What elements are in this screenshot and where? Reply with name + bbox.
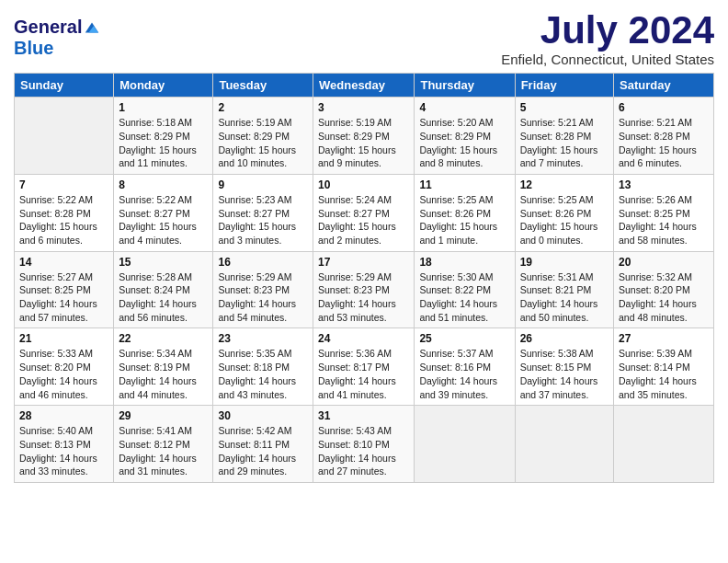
day-info: Sunrise: 5:25 AMSunset: 8:26 PMDaylight:… xyxy=(419,193,509,247)
day-info: Sunrise: 5:40 AMSunset: 8:13 PMDaylight:… xyxy=(19,424,108,478)
calendar-cell: 27Sunrise: 5:39 AMSunset: 8:14 PMDayligh… xyxy=(614,328,714,406)
day-number: 20 xyxy=(619,256,709,269)
calendar-cell: 29Sunrise: 5:41 AMSunset: 8:12 PMDayligh… xyxy=(114,406,213,483)
day-number: 21 xyxy=(19,332,108,345)
calendar-week-row: 14Sunrise: 5:27 AMSunset: 8:25 PMDayligh… xyxy=(15,251,714,328)
day-number: 19 xyxy=(520,256,609,269)
page-header: General Blue July 2024 Enfield, Connecti… xyxy=(14,9,714,67)
day-info: Sunrise: 5:43 AMSunset: 8:10 PMDaylight:… xyxy=(318,424,409,478)
day-number: 6 xyxy=(619,101,709,114)
day-info: Sunrise: 5:24 AMSunset: 8:27 PMDaylight:… xyxy=(318,193,409,247)
day-number: 30 xyxy=(218,409,308,422)
day-info: Sunrise: 5:29 AMSunset: 8:23 PMDaylight:… xyxy=(318,270,409,325)
calendar-week-row: 28Sunrise: 5:40 AMSunset: 8:13 PMDayligh… xyxy=(15,406,714,483)
day-number: 26 xyxy=(520,332,609,345)
day-info: Sunrise: 5:21 AMSunset: 8:28 PMDaylight:… xyxy=(520,116,609,170)
day-number: 2 xyxy=(218,101,308,114)
logo-general-text: General xyxy=(14,17,82,38)
calendar-cell: 10Sunrise: 5:24 AMSunset: 8:27 PMDayligh… xyxy=(313,174,415,251)
calendar-cell: 1Sunrise: 5:18 AMSunset: 8:29 PMDaylight… xyxy=(114,98,213,175)
calendar-cell: 15Sunrise: 5:28 AMSunset: 8:24 PMDayligh… xyxy=(114,251,213,328)
day-info: Sunrise: 5:37 AMSunset: 8:16 PMDaylight:… xyxy=(419,347,509,401)
col-header-monday: Monday xyxy=(114,74,213,98)
calendar-cell: 22Sunrise: 5:34 AMSunset: 8:19 PMDayligh… xyxy=(114,328,213,406)
day-info: Sunrise: 5:26 AMSunset: 8:25 PMDaylight:… xyxy=(619,193,709,247)
day-number: 27 xyxy=(619,332,709,345)
day-info: Sunrise: 5:25 AMSunset: 8:26 PMDaylight:… xyxy=(520,193,609,247)
calendar-cell: 26Sunrise: 5:38 AMSunset: 8:15 PMDayligh… xyxy=(515,328,613,406)
day-info: Sunrise: 5:30 AMSunset: 8:22 PMDaylight:… xyxy=(419,270,509,325)
day-info: Sunrise: 5:31 AMSunset: 8:21 PMDaylight:… xyxy=(520,270,609,325)
calendar-cell: 5Sunrise: 5:21 AMSunset: 8:28 PMDaylight… xyxy=(515,98,613,175)
calendar-cell: 24Sunrise: 5:36 AMSunset: 8:17 PMDayligh… xyxy=(313,328,415,406)
col-header-friday: Friday xyxy=(515,74,613,98)
day-number: 25 xyxy=(419,332,509,345)
logo-icon xyxy=(84,19,100,36)
day-info: Sunrise: 5:22 AMSunset: 8:27 PMDaylight:… xyxy=(119,193,208,247)
day-info: Sunrise: 5:19 AMSunset: 8:29 PMDaylight:… xyxy=(218,116,308,170)
col-header-saturday: Saturday xyxy=(614,74,714,98)
day-number: 12 xyxy=(520,178,609,191)
day-number: 7 xyxy=(19,178,108,191)
day-number: 4 xyxy=(419,101,509,114)
calendar-cell: 18Sunrise: 5:30 AMSunset: 8:22 PMDayligh… xyxy=(415,251,515,328)
col-header-tuesday: Tuesday xyxy=(213,74,313,98)
title-block: July 2024 Enfield, Connecticut, United S… xyxy=(501,9,714,67)
calendar-week-row: 1Sunrise: 5:18 AMSunset: 8:29 PMDaylight… xyxy=(15,98,714,175)
calendar-cell: 8Sunrise: 5:22 AMSunset: 8:27 PMDaylight… xyxy=(114,174,213,251)
logo-blue-text: Blue xyxy=(14,38,53,59)
day-number: 10 xyxy=(318,178,409,191)
calendar-cell: 11Sunrise: 5:25 AMSunset: 8:26 PMDayligh… xyxy=(415,174,515,251)
calendar-cell: 12Sunrise: 5:25 AMSunset: 8:26 PMDayligh… xyxy=(515,174,613,251)
calendar-cell: 6Sunrise: 5:21 AMSunset: 8:28 PMDaylight… xyxy=(614,98,714,175)
day-number: 5 xyxy=(520,101,609,114)
day-number: 9 xyxy=(218,178,308,191)
day-number: 24 xyxy=(318,332,409,345)
day-number: 15 xyxy=(119,256,208,269)
calendar-week-row: 21Sunrise: 5:33 AMSunset: 8:20 PMDayligh… xyxy=(15,328,714,406)
day-info: Sunrise: 5:20 AMSunset: 8:29 PMDaylight:… xyxy=(419,116,509,170)
calendar-cell: 3Sunrise: 5:19 AMSunset: 8:29 PMDaylight… xyxy=(313,98,415,175)
calendar-cell: 17Sunrise: 5:29 AMSunset: 8:23 PMDayligh… xyxy=(313,251,415,328)
day-info: Sunrise: 5:38 AMSunset: 8:15 PMDaylight:… xyxy=(520,347,609,401)
day-number: 23 xyxy=(218,332,308,345)
day-number: 31 xyxy=(318,409,409,422)
calendar-cell: 13Sunrise: 5:26 AMSunset: 8:25 PMDayligh… xyxy=(614,174,714,251)
day-info: Sunrise: 5:42 AMSunset: 8:11 PMDaylight:… xyxy=(218,424,308,478)
calendar-cell: 20Sunrise: 5:32 AMSunset: 8:20 PMDayligh… xyxy=(614,251,714,328)
calendar-cell: 30Sunrise: 5:42 AMSunset: 8:11 PMDayligh… xyxy=(213,406,313,483)
day-info: Sunrise: 5:39 AMSunset: 8:14 PMDaylight:… xyxy=(619,347,709,401)
day-info: Sunrise: 5:22 AMSunset: 8:28 PMDaylight:… xyxy=(19,193,108,247)
calendar-cell xyxy=(515,406,613,483)
calendar-cell: 2Sunrise: 5:19 AMSunset: 8:29 PMDaylight… xyxy=(213,98,313,175)
calendar-cell: 4Sunrise: 5:20 AMSunset: 8:29 PMDaylight… xyxy=(415,98,515,175)
calendar-cell xyxy=(15,98,114,175)
day-info: Sunrise: 5:18 AMSunset: 8:29 PMDaylight:… xyxy=(119,116,208,170)
day-number: 8 xyxy=(119,178,208,191)
calendar-cell xyxy=(614,406,714,483)
day-number: 13 xyxy=(619,178,709,191)
calendar-cell: 23Sunrise: 5:35 AMSunset: 8:18 PMDayligh… xyxy=(213,328,313,406)
day-number: 11 xyxy=(419,178,509,191)
calendar-cell: 19Sunrise: 5:31 AMSunset: 8:21 PMDayligh… xyxy=(515,251,613,328)
calendar-week-row: 7Sunrise: 5:22 AMSunset: 8:28 PMDaylight… xyxy=(15,174,714,251)
day-info: Sunrise: 5:41 AMSunset: 8:12 PMDaylight:… xyxy=(119,424,208,478)
day-number: 17 xyxy=(318,256,409,269)
day-number: 28 xyxy=(19,409,108,422)
day-info: Sunrise: 5:29 AMSunset: 8:23 PMDaylight:… xyxy=(218,270,308,325)
day-info: Sunrise: 5:23 AMSunset: 8:27 PMDaylight:… xyxy=(218,193,308,247)
logo: General Blue xyxy=(14,17,100,59)
day-info: Sunrise: 5:21 AMSunset: 8:28 PMDaylight:… xyxy=(619,116,709,170)
calendar-cell: 31Sunrise: 5:43 AMSunset: 8:10 PMDayligh… xyxy=(313,406,415,483)
col-header-thursday: Thursday xyxy=(415,74,515,98)
day-info: Sunrise: 5:19 AMSunset: 8:29 PMDaylight:… xyxy=(318,116,409,170)
day-number: 14 xyxy=(19,256,108,269)
location-text: Enfield, Connecticut, United States xyxy=(501,52,714,67)
day-info: Sunrise: 5:35 AMSunset: 8:18 PMDaylight:… xyxy=(218,347,308,401)
calendar-table: SundayMondayTuesdayWednesdayThursdayFrid… xyxy=(14,73,714,483)
day-info: Sunrise: 5:33 AMSunset: 8:20 PMDaylight:… xyxy=(19,347,108,401)
calendar-cell: 16Sunrise: 5:29 AMSunset: 8:23 PMDayligh… xyxy=(213,251,313,328)
day-number: 3 xyxy=(318,101,409,114)
col-header-wednesday: Wednesday xyxy=(313,74,415,98)
calendar-cell: 28Sunrise: 5:40 AMSunset: 8:13 PMDayligh… xyxy=(15,406,114,483)
